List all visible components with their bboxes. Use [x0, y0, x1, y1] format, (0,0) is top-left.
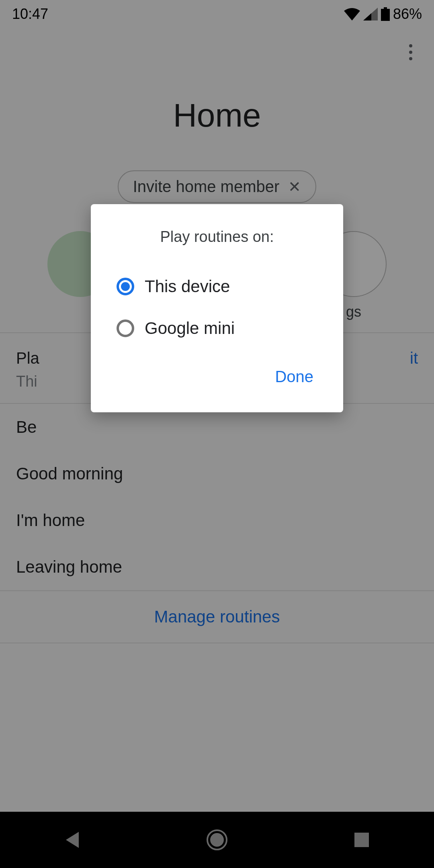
modal-overlay[interactable]: Play routines on: This device Google min… — [0, 0, 434, 868]
done-button[interactable]: Done — [265, 361, 323, 392]
radio-option-this-device[interactable]: This device — [91, 266, 343, 307]
radio-label: Google mini — [145, 319, 235, 338]
play-routines-dialog: Play routines on: This device Google min… — [91, 204, 343, 412]
radio-selected-icon — [117, 278, 134, 295]
dialog-title: Play routines on: — [91, 228, 343, 246]
radio-label: This device — [145, 277, 230, 296]
radio-option-google-mini[interactable]: Google mini — [91, 307, 343, 349]
radio-unselected-icon — [117, 319, 134, 337]
